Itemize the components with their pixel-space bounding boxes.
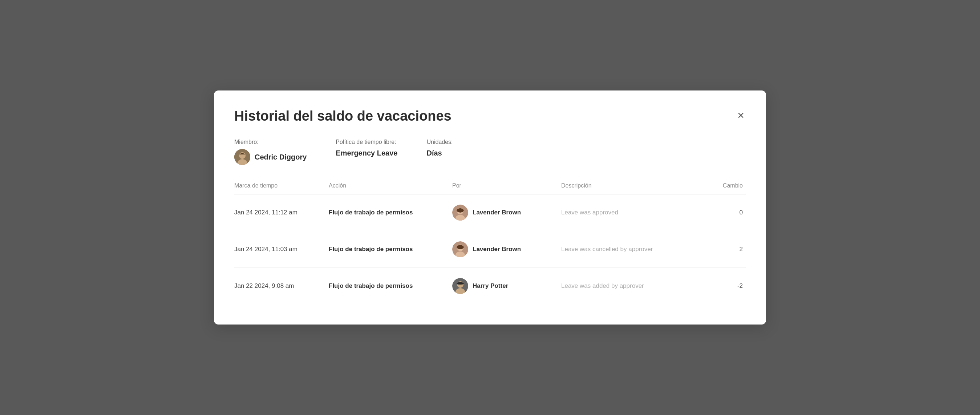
- table-row: Jan 22 2024, 9:08 am Flujo de trabajo de…: [234, 268, 746, 304]
- cell-change: 2: [702, 246, 746, 253]
- member-value: Cedric Diggory: [234, 149, 307, 165]
- units-field: Unidades: Días: [426, 139, 453, 157]
- cell-description: Leave was added by approver: [561, 283, 702, 290]
- member-label: Miembro:: [234, 139, 307, 145]
- modal-header: Historial del saldo de vacaciones ×: [234, 108, 746, 124]
- modal-dialog: Historial del saldo de vacaciones × Miem…: [214, 91, 766, 325]
- cell-timestamp: Jan 22 2024, 9:08 am: [234, 283, 329, 290]
- cell-description: Leave was cancelled by approver: [561, 246, 702, 253]
- by-avatar: [452, 241, 468, 257]
- cell-description: Leave was approved: [561, 209, 702, 216]
- member-field: Miembro: Cedric Diggory: [234, 139, 307, 165]
- member-avatar: [234, 149, 250, 165]
- table-body: Jan 24 2024, 11:12 am Flujo de trabajo d…: [234, 195, 746, 304]
- close-button[interactable]: ×: [736, 108, 746, 123]
- policy-name: Emergency Leave: [336, 149, 398, 157]
- cell-action: Flujo de trabajo de permisos: [329, 246, 452, 253]
- cell-action: Flujo de trabajo de permisos: [329, 209, 452, 216]
- member-name: Cedric Diggory: [255, 153, 307, 161]
- table-header-row: Marca de tiempo Acción Por Descripción C…: [234, 182, 746, 195]
- policy-label: Política de tiempo libre:: [336, 139, 398, 145]
- header-by: Por: [452, 182, 561, 189]
- policy-field: Política de tiempo libre: Emergency Leav…: [336, 139, 398, 157]
- by-name: Harry Potter: [473, 283, 508, 290]
- cell-by: Lavender Brown: [452, 204, 561, 220]
- header-description: Descripción: [561, 182, 702, 189]
- policy-value: Emergency Leave: [336, 149, 398, 157]
- header-change: Cambio: [702, 182, 746, 189]
- by-avatar: [452, 204, 468, 220]
- table-row: Jan 24 2024, 11:03 am Flujo de trabajo d…: [234, 231, 746, 268]
- by-avatar: [452, 278, 468, 294]
- cell-timestamp: Jan 24 2024, 11:12 am: [234, 209, 329, 216]
- cell-change: 0: [702, 209, 746, 216]
- units-label: Unidades:: [426, 139, 453, 145]
- by-name: Lavender Brown: [473, 209, 521, 216]
- units-name: Días: [426, 149, 442, 157]
- header-timestamp: Marca de tiempo: [234, 182, 329, 189]
- cell-change: -2: [702, 283, 746, 290]
- by-name: Lavender Brown: [473, 246, 521, 253]
- header-action: Acción: [329, 182, 452, 189]
- table-row: Jan 24 2024, 11:12 am Flujo de trabajo d…: [234, 195, 746, 231]
- cell-action: Flujo de trabajo de permisos: [329, 283, 452, 290]
- modal-title: Historial del saldo de vacaciones: [234, 108, 452, 124]
- cell-by: Lavender Brown: [452, 241, 561, 257]
- cell-timestamp: Jan 24 2024, 11:03 am: [234, 246, 329, 253]
- history-table: Marca de tiempo Acción Por Descripción C…: [234, 182, 746, 304]
- units-value: Días: [426, 149, 453, 157]
- cell-by: Harry Potter: [452, 278, 561, 294]
- meta-section: Miembro: Cedric Diggory Política de tiem…: [234, 139, 746, 165]
